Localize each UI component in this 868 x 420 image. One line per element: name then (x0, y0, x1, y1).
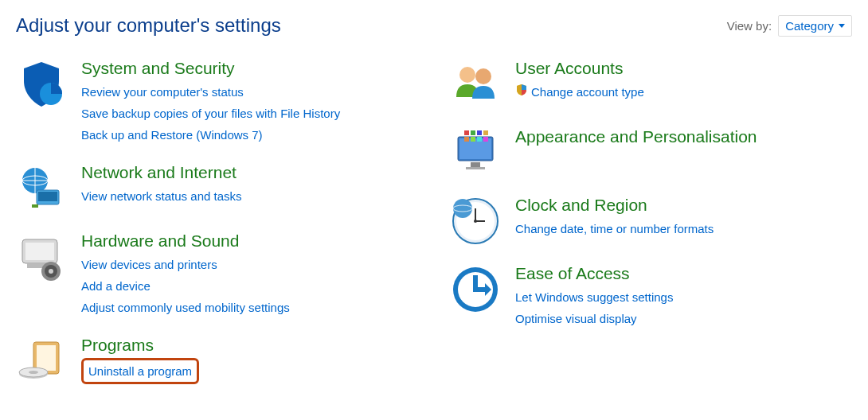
category-block: User AccountsChange account type (450, 59, 852, 110)
category-title[interactable]: User Accounts (515, 59, 852, 78)
link-text: Uninstall a program (88, 364, 192, 378)
shield-icon[interactable] (16, 59, 67, 110)
category-title[interactable]: Appearance and Personalisation (515, 127, 852, 146)
category-link[interactable]: Save backup copies of your files with Fi… (81, 103, 418, 124)
link-text: Change date, time or number formats (515, 218, 714, 239)
category-link[interactable]: View network status and tasks (81, 185, 418, 207)
svg-rect-5 (32, 204, 38, 208)
category-link[interactable]: Uninstall a program (81, 358, 199, 384)
svg-point-11 (49, 269, 53, 274)
category-link[interactable]: Back up and Restore (Windows 7) (81, 124, 418, 146)
category-body: User AccountsChange account type (515, 59, 852, 103)
users-icon[interactable] (450, 59, 501, 110)
svg-point-16 (29, 371, 38, 374)
link-text: Let Windows suggest settings (515, 286, 673, 308)
category-link[interactable]: Change account type (515, 81, 852, 103)
svg-rect-21 (471, 162, 480, 167)
category-block: Appearance and Personalisation (450, 127, 852, 178)
svg-rect-30 (483, 137, 488, 142)
chevron-down-icon (839, 24, 845, 28)
svg-rect-28 (471, 137, 475, 142)
category-block: System and SecurityReview your computer'… (16, 59, 418, 146)
link-text: Optimise visual display (515, 308, 637, 329)
svg-rect-26 (483, 130, 488, 135)
category-link[interactable]: View devices and printers (81, 254, 418, 275)
view-by-control: View by: Category (727, 15, 852, 37)
link-text: Add a device (81, 275, 151, 297)
view-by-value: Category (785, 19, 834, 33)
category-title[interactable]: Clock and Region (515, 196, 852, 215)
category-title[interactable]: Ease of Access (515, 264, 852, 283)
category-block: ProgramsUninstall a program (16, 336, 418, 387)
svg-rect-13 (37, 345, 56, 371)
category-link[interactable]: Adjust commonly used mobility settings (81, 297, 418, 318)
category-block: Hardware and SoundView devices and print… (16, 231, 418, 318)
category-body: ProgramsUninstall a program (81, 336, 418, 384)
svg-point-36 (453, 199, 472, 218)
svg-point-35 (474, 220, 477, 223)
link-text: Save backup copies of your files with Fi… (81, 103, 340, 124)
category-link[interactable]: Review your computer's status (81, 81, 418, 103)
appearance-icon[interactable] (450, 127, 501, 178)
uac-shield-icon (515, 81, 528, 103)
category-body: System and SecurityReview your computer'… (81, 59, 418, 146)
view-by-label: View by: (727, 19, 772, 33)
link-text: Review your computer's status (81, 81, 244, 103)
category-title[interactable]: Programs (81, 336, 418, 355)
link-text: Adjust commonly used mobility settings (81, 297, 290, 318)
hardware-icon[interactable] (16, 231, 67, 282)
svg-rect-23 (464, 130, 469, 135)
category-body: Clock and RegionChange date, time or num… (515, 196, 852, 239)
svg-rect-22 (466, 167, 485, 169)
clock-icon[interactable] (450, 196, 501, 247)
link-text: View network status and tasks (81, 185, 242, 207)
link-text: Back up and Restore (Windows 7) (81, 124, 263, 146)
category-body: Ease of AccessLet Windows suggest settin… (515, 264, 852, 329)
category-link[interactable]: Add a device (81, 275, 418, 297)
svg-rect-25 (477, 130, 482, 135)
svg-point-17 (459, 67, 475, 83)
category-block: Clock and RegionChange date, time or num… (450, 196, 852, 247)
svg-point-18 (475, 68, 491, 84)
link-text: Change account type (531, 81, 644, 103)
category-title[interactable]: Network and Internet (81, 163, 418, 182)
category-body: Hardware and SoundView devices and print… (81, 231, 418, 318)
category-title[interactable]: Hardware and Sound (81, 231, 418, 251)
category-link[interactable]: Change date, time or number formats (515, 218, 852, 239)
svg-rect-27 (464, 137, 469, 142)
category-body: Appearance and Personalisation (515, 127, 852, 150)
svg-rect-29 (477, 137, 482, 142)
category-link[interactable]: Optimise visual display (515, 308, 852, 329)
page-title: Adjust your computer's settings (16, 14, 281, 37)
category-link[interactable]: Let Windows suggest settings (515, 286, 852, 308)
view-by-dropdown[interactable]: Category (778, 15, 852, 37)
programs-icon[interactable] (16, 336, 67, 387)
link-text: View devices and printers (81, 254, 217, 275)
svg-rect-24 (471, 130, 475, 135)
category-block: Network and InternetView network status … (16, 163, 418, 214)
category-title[interactable]: System and Security (81, 59, 418, 78)
svg-rect-7 (25, 243, 54, 260)
category-body: Network and InternetView network status … (81, 163, 418, 207)
network-icon[interactable] (16, 163, 67, 214)
ease-icon[interactable] (450, 264, 501, 315)
category-block: Ease of AccessLet Windows suggest settin… (450, 264, 852, 329)
svg-rect-4 (38, 192, 57, 201)
